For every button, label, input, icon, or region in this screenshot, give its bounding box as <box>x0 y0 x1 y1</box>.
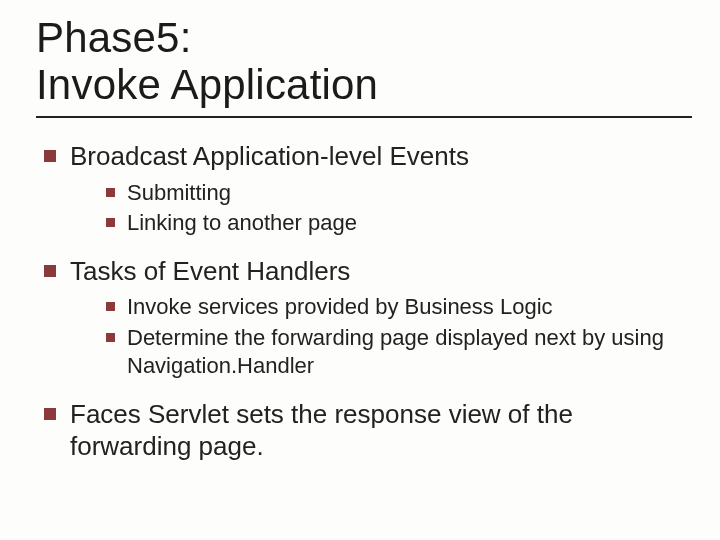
sub-bullet-text: Linking to another page <box>127 209 357 237</box>
title-line-2: Invoke Application <box>36 61 378 108</box>
sub-bullet-text: Determine the forwarding page displayed … <box>127 324 687 380</box>
square-bullet-icon <box>44 265 56 277</box>
bullet-level2: Invoke services provided by Business Log… <box>106 293 692 321</box>
slide-body: Broadcast Application-level Events Submi… <box>36 140 692 463</box>
bullet-level2: Linking to another page <box>106 209 692 237</box>
bullet-text: Tasks of Event Handlers <box>70 255 350 288</box>
square-bullet-icon <box>44 150 56 162</box>
title-line-1: Phase5: <box>36 14 192 61</box>
square-bullet-icon <box>106 218 115 227</box>
bullet-level2: Submitting <box>106 179 692 207</box>
bullet-text: Faces Servlet sets the response view of … <box>70 398 692 463</box>
square-bullet-icon <box>106 302 115 311</box>
sub-bullet-text: Invoke services provided by Business Log… <box>127 293 553 321</box>
bullet-level1: Broadcast Application-level Events <box>44 140 692 173</box>
bullet-level1: Tasks of Event Handlers <box>44 255 692 288</box>
bullet-level1: Faces Servlet sets the response view of … <box>44 398 692 463</box>
bullet-text: Broadcast Application-level Events <box>70 140 469 173</box>
square-bullet-icon <box>106 188 115 197</box>
sub-bullet-text: Submitting <box>127 179 231 207</box>
square-bullet-icon <box>106 333 115 342</box>
square-bullet-icon <box>44 408 56 420</box>
slide-title: Phase5: Invoke Application <box>36 14 692 108</box>
title-divider <box>36 116 692 118</box>
slide: Phase5: Invoke Application Broadcast App… <box>0 0 720 540</box>
bullet-level2: Determine the forwarding page displayed … <box>106 324 692 380</box>
sub-bullet-group: Invoke services provided by Business Log… <box>106 293 692 379</box>
sub-bullet-group: Submitting Linking to another page <box>106 179 692 237</box>
